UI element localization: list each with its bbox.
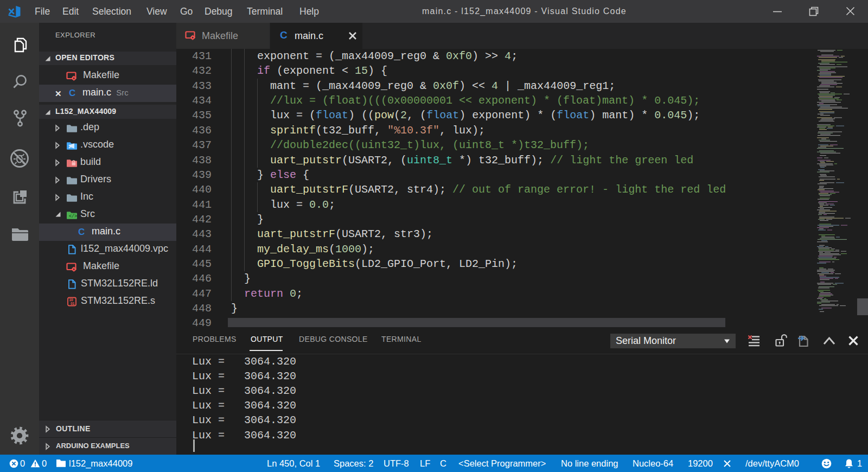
svg-text:</>: </>: [69, 214, 77, 219]
svg-text:01: 01: [71, 302, 75, 305]
